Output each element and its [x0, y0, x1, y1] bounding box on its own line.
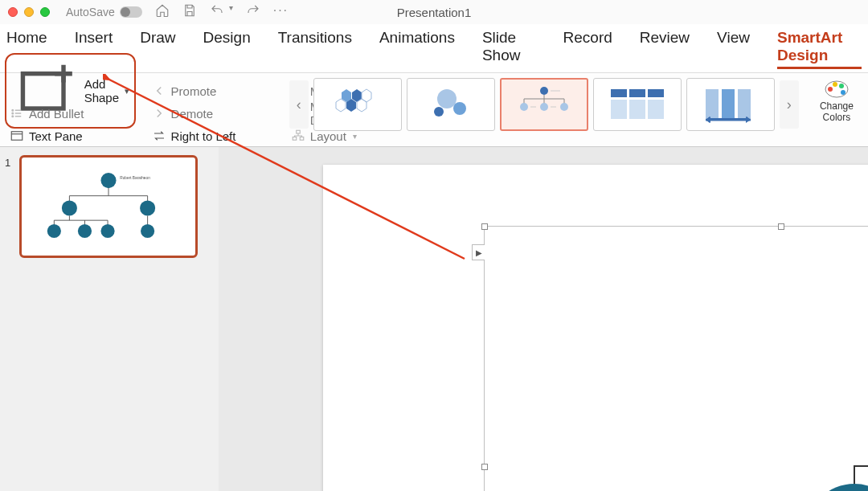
autosave-label: AutoSave	[66, 6, 115, 18]
text-pane-button[interactable]: Text Pane	[5, 125, 136, 147]
tab-slideshow[interactable]: Slide Show	[482, 29, 536, 69]
svg-point-42	[828, 87, 833, 92]
slide-thumbnail-panel: 1 Robert Baratheon	[0, 147, 219, 491]
add-shape-label: Add Shape	[84, 77, 120, 104]
layout-option-3-selected[interactable]	[500, 78, 588, 131]
org-chart-child-node[interactable]	[806, 484, 868, 491]
minimize-window-button[interactable]	[24, 7, 34, 17]
change-colors-label-2: Colors	[823, 112, 851, 123]
window-controls	[8, 7, 50, 17]
layout-option-1[interactable]	[313, 78, 402, 131]
tab-draw[interactable]: Draw	[140, 29, 175, 69]
close-window-button[interactable]	[8, 7, 18, 17]
title-bar: AutoSave ▾ ··· Presentation1	[0, 0, 868, 24]
svg-point-15	[453, 102, 466, 115]
create-graphic-group: Add Shape ▾ Promote Add Bullet Demote Te…	[5, 78, 286, 147]
svg-rect-29	[611, 89, 627, 97]
right-to-left-button[interactable]: Right to Left	[147, 125, 286, 147]
more-icon[interactable]: ···	[273, 3, 289, 21]
change-colors-label-1: Change	[820, 100, 854, 112]
slide-canvas[interactable]: ▶ [Text]	[219, 147, 868, 491]
resize-handle-nw[interactable]	[481, 223, 488, 230]
layout-label: Layout	[310, 129, 346, 143]
undo-icon[interactable]	[210, 3, 224, 21]
svg-rect-37	[738, 89, 751, 118]
demote-button[interactable]: Demote	[147, 102, 286, 125]
svg-point-63	[141, 224, 154, 238]
ribbon: Add Shape ▾ Promote Add Bullet Demote Te…	[0, 73, 868, 147]
svg-rect-32	[611, 100, 627, 119]
svg-point-1	[12, 110, 14, 112]
slide-number: 1	[5, 157, 10, 169]
autosave-toggle[interactable]: AutoSave	[66, 6, 142, 18]
svg-rect-36	[722, 89, 735, 118]
add-bullet-label: Add Bullet	[29, 107, 84, 121]
tab-design[interactable]: Design	[203, 29, 251, 69]
text-pane-icon	[10, 129, 24, 143]
svg-point-17	[540, 87, 548, 95]
gallery-next-button[interactable]: ›	[780, 80, 799, 129]
resize-handle-n[interactable]	[778, 223, 784, 230]
text-pane-toggle-handle[interactable]: ▶	[472, 244, 485, 260]
slide: ▶ [Text]	[323, 165, 868, 491]
layout-option-2[interactable]	[407, 78, 495, 131]
save-icon[interactable]	[182, 3, 197, 21]
arrow-left-icon	[152, 84, 166, 98]
demote-label: Demote	[171, 107, 214, 121]
layout-option-4[interactable]	[593, 78, 682, 131]
svg-point-3	[12, 116, 14, 117]
table-layout-icon	[601, 84, 674, 125]
smartart-selection-box[interactable]: ▶ [Text]	[484, 226, 868, 491]
svg-point-25	[560, 103, 568, 111]
svg-point-59	[47, 224, 60, 238]
circle-cluster-icon	[415, 84, 487, 125]
color-palette-icon	[822, 78, 851, 100]
svg-rect-30	[629, 89, 645, 97]
svg-point-53	[140, 200, 155, 215]
connector-line	[854, 465, 868, 467]
svg-point-16	[434, 107, 444, 117]
fullscreen-window-button[interactable]	[40, 7, 50, 17]
slide-thumbnail-1[interactable]: Robert Baratheon	[19, 155, 198, 258]
tab-transitions[interactable]: Transitions	[278, 29, 352, 69]
svg-point-52	[62, 200, 77, 215]
layouts-gallery: ‹	[289, 78, 799, 131]
text-pane-label: Text Pane	[29, 129, 83, 143]
gallery-prev-button[interactable]: ‹	[289, 80, 309, 129]
toggle-icon[interactable]	[120, 6, 142, 18]
svg-point-24	[540, 103, 548, 111]
tab-view[interactable]: View	[717, 29, 750, 69]
resize-handle-w[interactable]	[481, 464, 488, 470]
tab-smartart-design[interactable]: SmartArt Design	[777, 29, 862, 69]
redo-icon[interactable]	[246, 3, 260, 21]
undo-dropdown-icon[interactable]: ▾	[229, 3, 233, 21]
layout-option-5[interactable]	[686, 78, 775, 131]
svg-point-14	[437, 89, 457, 108]
chevron-down-icon: ▾	[125, 86, 129, 96]
arrow-right-icon	[152, 106, 166, 121]
promote-button[interactable]: Promote	[147, 80, 286, 102]
svg-point-23	[520, 103, 528, 111]
home-icon[interactable]	[155, 3, 170, 21]
promote-label: Promote	[171, 84, 217, 98]
change-colors-button[interactable]: Change Colors	[810, 78, 863, 123]
tab-animations[interactable]: Animations	[379, 29, 455, 69]
tab-review[interactable]: Review	[640, 29, 690, 69]
svg-rect-35	[706, 89, 719, 118]
svg-rect-6	[293, 137, 297, 141]
tab-record[interactable]: Record	[563, 29, 612, 69]
svg-rect-31	[648, 89, 664, 97]
bullet-list-icon	[10, 106, 24, 121]
column-arrow-icon	[694, 84, 767, 125]
svg-rect-33	[629, 100, 645, 119]
svg-marker-12	[362, 89, 371, 102]
svg-rect-34	[648, 100, 664, 119]
quick-access-toolbar: ▾ ···	[155, 3, 289, 21]
svg-marker-13	[336, 99, 346, 112]
add-bullet-button[interactable]: Add Bullet	[5, 102, 136, 125]
editor-area: 1 Robert Baratheon	[0, 147, 868, 491]
thumbnail-preview-icon: Robert Baratheon	[22, 158, 195, 256]
svg-rect-4	[11, 132, 23, 141]
svg-point-2	[12, 113, 14, 114]
svg-rect-7	[300, 137, 304, 141]
